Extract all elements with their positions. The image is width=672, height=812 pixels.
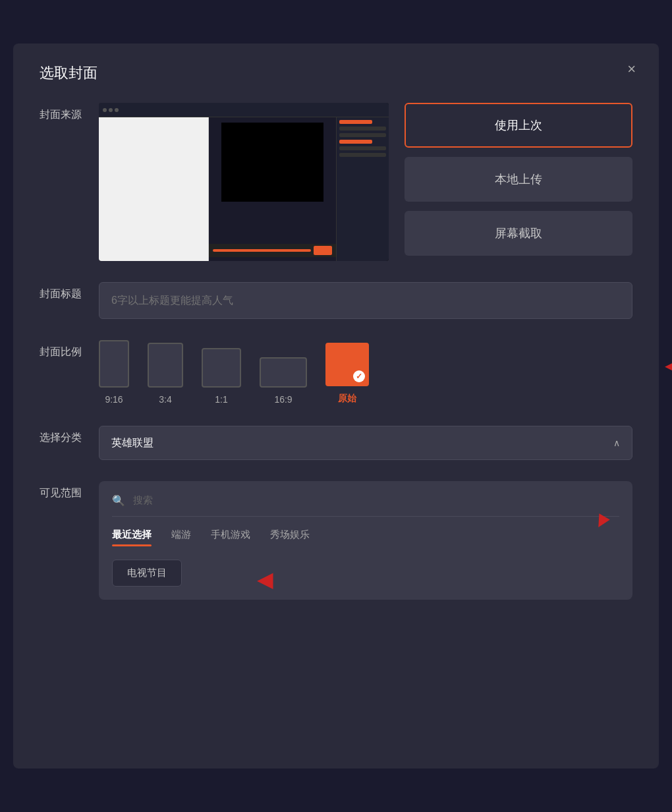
local-upload-button[interactable]: 本地上传 — [405, 157, 632, 202]
ratio-item-orig[interactable]: ✓ 原始 — [325, 343, 369, 405]
cover-source-inner: 使用上次 本地上传 屏幕截取 — [99, 103, 632, 261]
preview-main-panel — [209, 117, 336, 261]
ratio-options: 9:16 3:4 1:1 16:9 — [99, 340, 632, 405]
cover-preview-inner — [99, 103, 389, 261]
ratio-check-icon: ✓ — [353, 370, 365, 382]
tab-esports[interactable]: 端游 — [171, 529, 191, 546]
cover-ratio-content: 9:16 3:4 1:1 16:9 — [99, 340, 632, 405]
cover-title-content — [99, 282, 632, 319]
preview-stat-3 — [339, 133, 386, 137]
preview-live-btn — [314, 246, 332, 255]
category-select[interactable]: 英雄联盟 ∧ — [99, 426, 632, 460]
cover-ratio-label: 封面比例 — [40, 340, 99, 359]
preview-progress-bar — [213, 249, 311, 252]
visibility-label: 可见范围 — [40, 481, 99, 500]
preview-controls — [209, 244, 336, 257]
preview-stat-1 — [339, 120, 372, 124]
ratio-label-1-1: 1:1 — [215, 394, 227, 405]
visibility-content: 🔍 搜索 最近选择 端游 手机游戏 秀场娱乐 ▼ 电视节目 — [99, 481, 632, 600]
cover-title-row: 封面标题 — [40, 282, 632, 319]
preview-right-panel — [336, 117, 389, 261]
preview-dot-2 — [109, 108, 113, 112]
ratio-box-orig: ✓ — [325, 343, 369, 386]
chevron-up-icon: ∧ — [613, 438, 620, 448]
ratio-box-16-9 — [260, 357, 307, 388]
visibility-tabs: 最近选择 端游 手机游戏 秀场娱乐 ▼ — [112, 529, 619, 546]
tab-mobile-game[interactable]: 手机游戏 — [211, 529, 250, 546]
dialog-title: 选取封面 — [40, 63, 632, 83]
preview-stat-4 — [339, 140, 372, 144]
cover-source-row: 封面来源 — [40, 103, 632, 261]
screen-capture-button[interactable]: 屏幕截取 — [405, 211, 632, 256]
cover-ratio-row: 封面比例 9:16 3:4 1:1 — [40, 340, 632, 405]
cover-title-input[interactable] — [99, 282, 632, 319]
ratio-item-16-9[interactable]: 16:9 — [260, 357, 307, 405]
ratio-item-3-4[interactable]: 3:4 — [148, 343, 183, 405]
cover-preview — [99, 103, 389, 261]
category-content: 英雄联盟 ∧ — [99, 426, 632, 460]
category-label: 选择分类 — [40, 426, 99, 445]
tag-grid: 电视节目 ◀ — [112, 560, 619, 587]
ratio-box-1-1 — [202, 348, 241, 388]
preview-dot-1 — [103, 108, 107, 112]
ratio-item-9-16[interactable]: 9:16 — [99, 340, 129, 405]
category-value: 英雄联盟 — [111, 436, 154, 450]
cover-source-content: 使用上次 本地上传 屏幕截取 — [99, 103, 632, 261]
tab-recent[interactable]: 最近选择 — [112, 529, 152, 546]
search-bar: 🔍 搜索 — [112, 494, 619, 517]
preview-body — [99, 117, 389, 261]
use-last-button[interactable]: 使用上次 — [405, 103, 632, 148]
search-icon: 🔍 — [112, 494, 125, 507]
preview-stat-6 — [339, 153, 386, 157]
ratio-label-16-9: 16:9 — [274, 394, 292, 405]
preview-left-panel — [99, 117, 209, 261]
preview-stat-2 — [339, 127, 386, 130]
dialog: 选取封面 × 封面来源 — [13, 44, 659, 768]
tag-arrow-icon: ◀ — [257, 567, 273, 592]
tag-tv-show[interactable]: 电视节目 — [112, 560, 182, 587]
ratio-item-1-1[interactable]: 1:1 — [202, 348, 241, 405]
close-button[interactable]: × — [627, 62, 636, 76]
preview-top-bar — [99, 103, 389, 117]
ratio-label-3-4: 3:4 — [159, 394, 171, 405]
category-row: 选择分类 英雄联盟 ∧ — [40, 426, 632, 460]
ratio-arrow-icon: ◀ — [665, 349, 672, 380]
ratio-label-orig: 原始 — [338, 393, 356, 405]
tab-show[interactable]: 秀场娱乐 — [270, 529, 310, 546]
ratio-box-9-16 — [99, 340, 129, 388]
cover-title-label: 封面标题 — [40, 282, 99, 301]
ratio-box-3-4 — [148, 343, 183, 388]
ratio-label-9-16: 9:16 — [105, 394, 123, 405]
visibility-panel: 🔍 搜索 最近选择 端游 手机游戏 秀场娱乐 ▼ 电视节目 — [99, 481, 632, 600]
preview-stat-5 — [339, 146, 386, 150]
search-placeholder-text: 搜索 — [133, 494, 153, 507]
preview-dot-3 — [115, 108, 119, 112]
cover-source-label: 封面来源 — [40, 103, 99, 122]
cover-buttons: 使用上次 本地上传 屏幕截取 — [405, 103, 632, 256]
preview-video-area — [221, 123, 323, 202]
visibility-row: 可见范围 🔍 搜索 最近选择 端游 手机游戏 秀场娱乐 ▼ — [40, 481, 632, 600]
